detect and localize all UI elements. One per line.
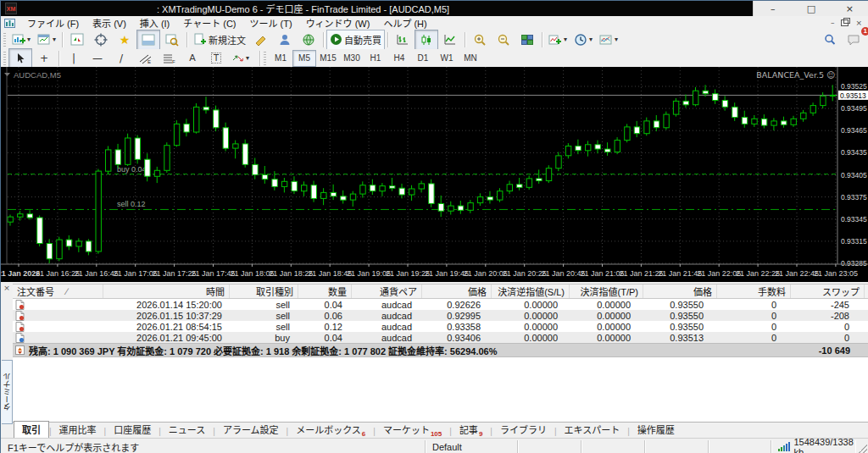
auto-trading-button[interactable]: 自動売買: [326, 30, 385, 50]
timeframe-m15[interactable]: M15: [316, 50, 340, 67]
community-button[interactable]: [273, 30, 297, 50]
templates-button[interactable]: ▾: [596, 30, 621, 50]
column-header[interactable]: 手数料: [717, 285, 791, 298]
status-profile[interactable]: Default: [426, 440, 518, 453]
timeframe-m5[interactable]: M5: [292, 50, 316, 67]
new-chart-button[interactable]: ▾: [8, 30, 34, 50]
column-header[interactable]: 損益: [865, 285, 868, 298]
crosshair-button[interactable]: +: [32, 48, 56, 69]
maximize-button[interactable]: □: [792, 1, 830, 16]
column-header[interactable]: 注文番号 ∕: [13, 285, 103, 298]
menu-window[interactable]: ウィンドウ (W): [299, 15, 377, 30]
profiles-button[interactable]: ▾: [34, 30, 59, 50]
candlestick-button[interactable]: [415, 30, 438, 50]
terminal-button[interactable]: [136, 30, 160, 50]
tab-mailbox[interactable]: メールボックス6: [288, 422, 373, 438]
status-connection[interactable]: 1548439/1338 kb: [771, 440, 854, 453]
order-row[interactable]: 2026.01.21 09:45:00buy0.04audcad0.934060…: [13, 332, 868, 343]
horizontal-line-button[interactable]: —: [86, 48, 109, 69]
periods-button[interactable]: ▾: [570, 30, 596, 50]
order-cell: 0.93550: [635, 300, 708, 310]
market-watch-button[interactable]: [65, 30, 89, 50]
tab-articles[interactable]: 記事9: [452, 422, 490, 438]
close-button[interactable]: ×: [831, 1, 868, 16]
svg-text:0.93513: 0.93513: [840, 91, 866, 100]
terminal-close-icon[interactable]: ×: [1, 284, 13, 292]
tab-trade[interactable]: 取引: [14, 421, 49, 439]
timeframe-m30[interactable]: M30: [340, 50, 364, 67]
zoom-in-button[interactable]: [468, 30, 492, 50]
tile-windows-button[interactable]: [515, 30, 539, 50]
orders-table-header: 注文番号 ∕時間取引種別数量通貨ペア価格決済逆指値(S/L)決済指値(T/P)価…: [13, 285, 868, 299]
toolbar-grip[interactable]: [3, 33, 6, 47]
fibonacci-button[interactable]: F: [157, 48, 181, 69]
indicators-button[interactable]: ▾: [545, 30, 570, 50]
cursor-button[interactable]: [8, 48, 32, 69]
timeframe-h4[interactable]: H4: [387, 50, 411, 67]
data-window-button[interactable]: [89, 30, 113, 50]
trendline-button[interactable]: /: [109, 48, 133, 69]
tab-experts[interactable]: エキスパート: [557, 422, 628, 438]
menu-chart[interactable]: チャート (C): [176, 15, 242, 30]
order-row[interactable]: 2026.01.21 08:54:15sell0.12audcad0.93358…: [13, 321, 868, 332]
channel-button[interactable]: E: [133, 48, 157, 69]
column-header[interactable]: 価格: [643, 285, 717, 298]
timeframe-mn[interactable]: MN: [459, 50, 482, 67]
column-header[interactable]: 価格: [422, 285, 492, 298]
zoom-in-icon: [473, 33, 487, 47]
terminal-side-tab[interactable]: ターミナル: [2, 360, 13, 424]
bar-chart-icon: [396, 33, 409, 47]
column-header[interactable]: 取引種別: [230, 285, 298, 298]
chart-minimize-icon[interactable]: –: [831, 19, 835, 27]
tab-account-history[interactable]: 口座履歴: [106, 422, 159, 438]
chart-close-icon[interactable]: ×: [855, 19, 862, 27]
chart-restore-icon[interactable]: [841, 19, 849, 26]
vertical-line-button[interactable]: |: [62, 48, 86, 69]
order-row[interactable]: 2026.01.14 15:20:00sell0.04audcad0.92626…: [13, 299, 868, 310]
timeframe-m1[interactable]: M1: [269, 50, 292, 67]
toolbar-grip[interactable]: [264, 52, 266, 65]
minimize-button[interactable]: –: [754, 1, 792, 16]
label-icon: T: [211, 52, 221, 64]
menu-insert[interactable]: 挿入 (I): [133, 15, 176, 30]
tab-journal[interactable]: 操作履歴: [630, 422, 682, 438]
tab-market[interactable]: マーケット105: [376, 422, 449, 438]
label-button[interactable]: T: [204, 48, 228, 69]
notifications-button[interactable]: 1: [842, 30, 865, 50]
window-controls: – □ ×: [753, 1, 868, 16]
line-chart-button[interactable]: [438, 30, 462, 50]
price-chart[interactable]: buy 0.04sell 0.120.935250.934950.934650.…: [1, 67, 868, 282]
toolbar-grip[interactable]: [3, 52, 6, 65]
text-button[interactable]: A: [181, 48, 204, 69]
chart-window-icon[interactable]: [4, 19, 15, 28]
tab-exposure[interactable]: 運用比率: [52, 422, 104, 438]
column-header[interactable]: 数量: [298, 285, 352, 298]
menu-tools[interactable]: ツール (T): [243, 15, 299, 30]
column-header[interactable]: スワップ: [791, 285, 865, 298]
timeframe-d1[interactable]: D1: [411, 50, 435, 67]
column-header[interactable]: 通貨ペア: [352, 285, 422, 298]
new-order-button[interactable]: 新規注文: [190, 30, 249, 50]
tab-alarms[interactable]: アラーム設定: [215, 422, 287, 438]
arrows-button[interactable]: ▾: [228, 48, 253, 69]
tab-library[interactable]: ライブラリ: [492, 422, 554, 438]
menu-file[interactable]: ファイル (F): [20, 15, 86, 30]
menu-help[interactable]: ヘルプ (H): [376, 15, 433, 30]
profiles-icon: [37, 33, 51, 47]
tab-news[interactable]: ニュース: [161, 422, 213, 438]
order-row[interactable]: 2026.01.15 10:37:29sell0.06audcad0.92995…: [13, 310, 868, 321]
column-header[interactable]: 時間: [103, 285, 230, 298]
resize-grip[interactable]: [859, 444, 867, 453]
menu-view[interactable]: 表示 (V): [86, 15, 133, 30]
search-button[interactable]: [818, 30, 842, 50]
column-header[interactable]: 決済指値(T/P): [570, 285, 643, 298]
timeframe-w1[interactable]: W1: [435, 50, 459, 67]
metaeditor-button[interactable]: [249, 30, 273, 50]
bar-chart-button[interactable]: [391, 30, 415, 50]
timeframe-h1[interactable]: H1: [364, 50, 387, 67]
column-header[interactable]: 決済逆指値(S/L): [492, 285, 570, 298]
zoom-out-button[interactable]: [492, 30, 515, 50]
web-terminal-button[interactable]: [297, 30, 320, 50]
strategy-tester-button[interactable]: [160, 30, 184, 50]
navigator-button[interactable]: ★: [113, 30, 136, 50]
